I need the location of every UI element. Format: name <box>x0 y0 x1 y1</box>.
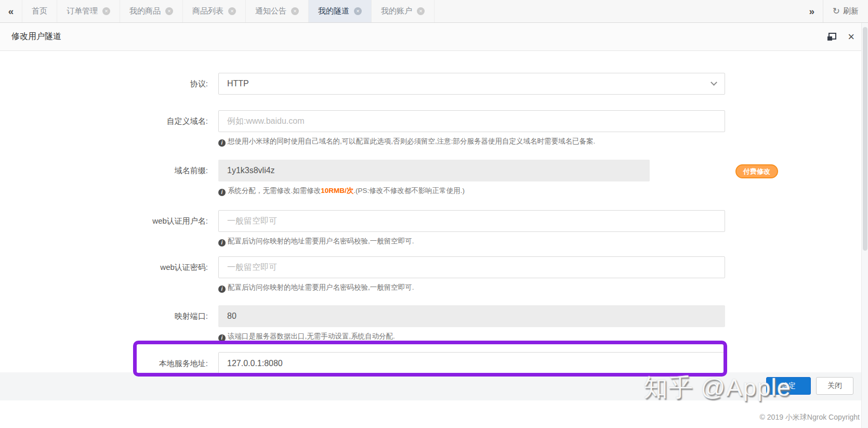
mapped-port-label: 映射端口: <box>0 305 208 342</box>
confirm-button[interactable]: 确定 <box>766 377 811 395</box>
web-auth-password-hint: i配置后访问你映射的地址需要用户名密码校验,一般留空即可. <box>218 282 725 293</box>
dialog-window-controls: × <box>827 31 854 43</box>
mapped-port-row: 映射端口: i该端口是服务器数据出口,无需手动设置,系统自动分配. <box>0 305 868 342</box>
custom-domain-label: 自定义域名: <box>0 110 208 147</box>
refresh-button[interactable]: ↻ 刷新 <box>823 0 868 22</box>
paid-modify-badge-button[interactable]: 付费修改 <box>735 164 778 178</box>
tab-bar: « 首页 订单管理 × 我的商品 × 商品列表 × 通知公告 × <box>0 0 868 23</box>
dialog-header: 修改用户隧道 × <box>0 23 868 51</box>
web-auth-password-input[interactable] <box>218 256 725 278</box>
mapped-port-input <box>218 305 725 327</box>
protocol-select[interactable]: HTTP <box>218 73 725 95</box>
vertical-scrollbar[interactable] <box>861 23 868 428</box>
hint-text: .(PS:修改不修改都不影响正常使用.) <box>353 187 465 194</box>
protocol-label: 协议: <box>0 73 208 95</box>
hint-text: 想使用小米球的同时使用自己域名的,可以配置此选项,否则必须留空,注意:部分服务器… <box>228 137 595 145</box>
tab-label: 订单管理 <box>67 6 98 16</box>
mapped-port-hint: i该端口是服务器数据出口,无需手动设置,系统自动分配. <box>218 331 725 342</box>
tab-close-icon[interactable]: × <box>354 7 362 15</box>
domain-prefix-label: 域名前缀: <box>0 160 208 196</box>
tab-home[interactable]: 首页 <box>22 0 57 22</box>
tab-my-tunnels[interactable]: 我的隧道 × <box>309 0 372 22</box>
web-auth-user-row: web认证用户名: i配置后访问你映射的地址需要用户名密码校验,一般留空即可. <box>0 210 868 247</box>
tab-product-list[interactable]: 商品列表 × <box>183 0 246 22</box>
price-highlight: 10RMB/次 <box>321 187 353 194</box>
tab-order-management[interactable]: 订单管理 × <box>57 0 120 22</box>
protocol-row: 协议: HTTP <box>0 73 868 95</box>
custom-domain-row: 自定义域名: i想使用小米球的同时使用自己域名的,可以配置此选项,否则必须留空,… <box>0 110 868 147</box>
tab-label: 首页 <box>32 6 47 16</box>
local-service-addr-label: 本地服务地址: <box>0 352 208 375</box>
tab-my-products[interactable]: 我的商品 × <box>120 0 183 22</box>
tabbar-right-controls: » ↻ 刷新 <box>801 0 868 22</box>
tab-label: 我的商品 <box>129 6 161 16</box>
domain-prefix-input <box>218 160 650 181</box>
tab-strip: 首页 订单管理 × 我的商品 × 商品列表 × 通知公告 × 我的隧道 × <box>22 0 801 22</box>
double-chevron-right-icon: » <box>809 6 814 17</box>
hint-text: 配置后访问你映射的地址需要用户名密码校验,一般留空即可. <box>228 237 414 245</box>
web-auth-user-hint: i配置后访问你映射的地址需要用户名密码校验,一般留空即可. <box>218 236 725 247</box>
web-auth-password-label: web认证密码: <box>0 256 208 293</box>
tab-notice-bulletin[interactable]: 通知公告 × <box>246 0 309 22</box>
tunnel-form: 协议: HTTP 自定义域名: i想使用小米球的同时使用自己域名的,可以配置此选… <box>0 51 868 372</box>
tab-close-icon[interactable]: × <box>417 7 425 15</box>
chevron-down-icon <box>711 79 717 86</box>
info-icon: i <box>218 286 226 293</box>
web-auth-password-row: web认证密码: i配置后访问你映射的地址需要用户名密码校验,一般留空即可. <box>0 256 868 293</box>
scrollbar-thumb[interactable] <box>863 27 867 251</box>
hint-text: 配置后访问你映射的地址需要用户名密码校验,一般留空即可. <box>228 283 414 291</box>
double-chevron-left-icon: « <box>8 6 14 17</box>
domain-prefix-hint: i系统分配，无需修改.如需修改10RMB/次.(PS:修改不修改都不影响正常使用… <box>218 186 725 196</box>
protocol-select-value: HTTP <box>227 79 249 88</box>
hint-text: 该端口是服务器数据出口,无需手动设置,系统自动分配. <box>228 332 395 340</box>
tab-close-icon[interactable]: × <box>165 7 173 15</box>
tabs-scroll-right-button[interactable]: » <box>801 0 823 22</box>
restore-window-icon[interactable] <box>827 33 836 41</box>
tab-label: 我的隧道 <box>318 6 349 16</box>
info-icon: i <box>218 189 226 196</box>
info-icon: i <box>218 239 226 247</box>
refresh-icon: ↻ <box>833 6 840 17</box>
info-icon: i <box>218 334 226 342</box>
tab-close-icon[interactable]: × <box>102 7 110 15</box>
local-service-addr-row: 本地服务地址: <box>0 352 868 375</box>
custom-domain-hint: i想使用小米球的同时使用自己域名的,可以配置此选项,否则必须留空,注意:部分服务… <box>218 136 725 147</box>
app-window: « 首页 订单管理 × 我的商品 × 商品列表 × 通知公告 × <box>0 0 868 428</box>
refresh-label: 刷新 <box>843 6 859 16</box>
web-auth-user-label: web认证用户名: <box>0 210 208 247</box>
info-icon: i <box>218 139 226 147</box>
local-service-addr-input[interactable] <box>218 352 725 375</box>
custom-domain-input[interactable] <box>218 110 725 132</box>
close-button[interactable]: 关闭 <box>816 377 853 395</box>
web-auth-user-input[interactable] <box>218 210 725 232</box>
copyright-text: © 2019 小米球Ngrok Copyright <box>760 413 860 422</box>
tab-label: 商品列表 <box>192 6 223 16</box>
tab-label: 通知公告 <box>255 6 286 16</box>
tabs-scroll-left-button[interactable]: « <box>0 0 22 22</box>
tab-close-icon[interactable]: × <box>228 7 236 15</box>
close-icon[interactable]: × <box>848 31 854 43</box>
hint-text: 系统分配，无需修改.如需修改 <box>228 187 321 194</box>
dialog-title: 修改用户隧道 <box>11 31 61 42</box>
tab-label: 我的账户 <box>381 6 412 16</box>
tab-close-icon[interactable]: × <box>291 7 299 15</box>
tab-my-account[interactable]: 我的账户 × <box>372 0 435 22</box>
domain-prefix-row: 域名前缀: i系统分配，无需修改.如需修改10RMB/次.(PS:修改不修改都不… <box>0 160 868 196</box>
